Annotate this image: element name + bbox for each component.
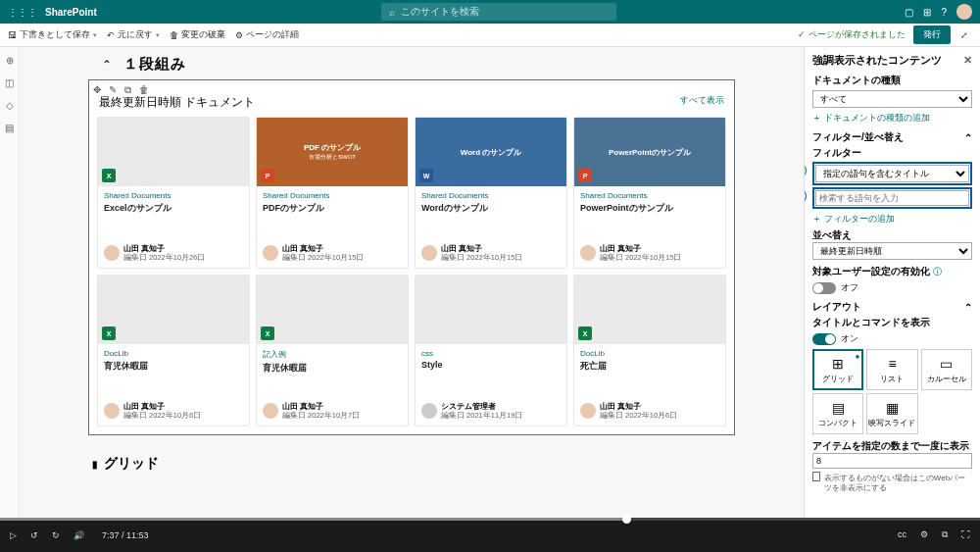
user-avatar[interactable]: [956, 4, 972, 20]
close-pane-icon[interactable]: ✕: [963, 54, 972, 67]
layout-heading[interactable]: レイアウト⌃: [812, 300, 972, 314]
chevron-up-icon: ⌃: [964, 132, 972, 143]
save-draft-button[interactable]: 🖫 下書きとして保存 ▾: [8, 28, 97, 41]
card-thumbnail: Word のサンプルW: [416, 118, 566, 186]
max-items-input[interactable]: [812, 453, 972, 469]
search-icon: ⌕: [389, 7, 395, 18]
doc-type-select[interactable]: すべて: [812, 90, 972, 108]
grid-subheading[interactable]: グリッド: [88, 445, 735, 477]
megaphone-icon[interactable]: ▢: [905, 7, 913, 18]
author-avatar: [104, 403, 120, 419]
layout-options: ⊞グリッド≡リスト▭カルーセル▤コンパクト▦映写スライド: [812, 349, 972, 434]
document-card[interactable]: cssStyleシステム管理者編集日 2021年11月19日: [415, 275, 567, 427]
card-title: Wordのサンプル: [421, 202, 561, 215]
app-name: SharePoint: [45, 7, 97, 18]
filetype-icon: W: [419, 169, 433, 182]
webpart-toolbar: ✥ ✎ ⧉ 🗑: [93, 84, 149, 96]
show-title-toggle[interactable]: オン: [812, 332, 972, 345]
forward-button[interactable]: ↻: [52, 530, 60, 540]
app-launcher-icon[interactable]: ⋮⋮⋮: [8, 7, 37, 18]
card-library: Shared Documents: [580, 191, 719, 200]
card-title: Style: [421, 360, 561, 370]
edit-webpart-icon[interactable]: ✎: [109, 84, 117, 96]
expand-icon[interactable]: ⤢: [956, 28, 972, 42]
layout-option[interactable]: ⊞グリッド: [812, 349, 863, 390]
card-thumbnail: X: [98, 276, 249, 344]
duplicate-webpart-icon[interactable]: ⧉: [124, 84, 131, 96]
layout-option[interactable]: ≡リスト: [866, 349, 917, 390]
layout-option[interactable]: ▦映写スライド: [866, 393, 917, 434]
max-items-label: アイテムを指定の数まで一度に表示: [812, 440, 972, 453]
card-library: Shared Documents: [421, 191, 561, 200]
filter-text-input[interactable]: [815, 190, 969, 206]
layout-option[interactable]: ▤コンパクト: [812, 393, 863, 434]
card-library: DocLib: [580, 349, 719, 358]
document-card[interactable]: XDocLib死亡届山田 真知子編集日 2022年10月6日: [573, 275, 726, 427]
card-meta: 山田 真知子編集日 2022年10月7日: [282, 402, 360, 420]
filter-type-select[interactable]: 指定の語句を含むタイトル: [815, 165, 969, 182]
move-webpart-icon[interactable]: ✥: [93, 84, 101, 96]
publish-button[interactable]: 発行: [913, 25, 951, 44]
document-card[interactable]: PowerPointのサンプルPShared DocumentsPowerPoi…: [573, 117, 726, 269]
fullscreen-icon[interactable]: ⛶: [961, 529, 970, 540]
section-settings-icon[interactable]: ▤: [5, 123, 14, 133]
author-avatar: [580, 403, 596, 419]
see-all-link[interactable]: すべて表示: [680, 94, 724, 107]
pip-icon[interactable]: ⧉: [942, 529, 948, 540]
card-library: css: [421, 349, 561, 358]
author-avatar: [421, 403, 437, 419]
webpart-title[interactable]: 最終更新日時順 ドキュメント: [95, 86, 728, 117]
add-section-icon[interactable]: ⊕: [6, 55, 14, 66]
video-control-bar: ▷ ↺ ↻ 🔊 7:37 / 11:53 cc ⚙ ⧉ ⛶: [0, 518, 980, 552]
document-card[interactable]: X記入例育児休暇届山田 真知子編集日 2022年10月7日: [256, 275, 409, 427]
filter-sort-heading[interactable]: フィルター/並べ替え⌃: [812, 130, 972, 144]
card-thumbnail: [416, 276, 566, 344]
sort-label: 並べ替え: [812, 229, 972, 242]
sort-select[interactable]: 最終更新日時順: [812, 242, 972, 260]
author-avatar: [421, 245, 437, 261]
document-card[interactable]: XShared DocumentsExcelのサンプル山田 真知子編集日 202…: [97, 117, 250, 269]
section-heading[interactable]: １段組み: [123, 55, 186, 74]
show-title-label: タイトルとコマンドを表示: [812, 317, 972, 329]
audience-label: 対象ユーザー設定の有効化: [812, 266, 930, 276]
delete-webpart-icon[interactable]: 🗑: [139, 84, 149, 96]
volume-button[interactable]: 🔊: [74, 530, 84, 540]
play-button[interactable]: ▷: [10, 530, 17, 540]
add-filter-link[interactable]: フィルターの追加: [812, 213, 972, 226]
settings-icon[interactable]: ⊞: [923, 7, 931, 18]
card-title: PDFのサンプル: [263, 202, 402, 215]
document-card[interactable]: XDocLib育児休暇届山田 真知子編集日 2022年10月6日: [97, 275, 250, 427]
video-timeline[interactable]: [0, 518, 980, 521]
card-meta: 山田 真知子編集日 2022年10月6日: [123, 402, 201, 420]
cc-button[interactable]: cc: [898, 529, 906, 540]
page-details-button[interactable]: ⚙ ページの詳細: [235, 28, 299, 41]
highlighted-content-webpart[interactable]: ✥ ✎ ⧉ 🗑 最終更新日時順 ドキュメント すべて表示 XShared Doc…: [88, 79, 735, 435]
card-title: 死亡届: [580, 360, 719, 373]
document-card[interactable]: Word のサンプルWShared DocumentsWordのサンプル山田 真…: [415, 117, 567, 269]
audience-toggle[interactable]: オフ: [812, 281, 972, 294]
callout-1: ①: [804, 162, 807, 179]
card-meta: 山田 真知子編集日 2022年10月6日: [600, 402, 677, 420]
collapse-section-icon[interactable]: ⌃: [102, 58, 112, 72]
site-search[interactable]: ⌕ このサイトを検索: [381, 3, 616, 21]
author-avatar: [580, 245, 596, 261]
discard-button[interactable]: 🗑 変更の破棄: [170, 28, 225, 41]
rewind-button[interactable]: ↺: [30, 530, 38, 540]
card-thumbnail: PDF のサンプル市場分析とSWOTP: [257, 118, 408, 186]
video-settings-icon[interactable]: ⚙: [920, 529, 928, 540]
undo-button[interactable]: ↶ 元に戻す ▾: [107, 28, 160, 41]
document-card[interactable]: PDF のサンプル市場分析とSWOTPShared DocumentsPDFのサ…: [256, 117, 409, 269]
filetype-icon: X: [102, 169, 116, 182]
add-doctype-link[interactable]: ドキュメントの種類の追加: [812, 112, 972, 125]
card-meta: 山田 真知子編集日 2022年10月26日: [123, 244, 205, 262]
filter-label: フィルター: [812, 147, 972, 160]
card-library: 記入例: [263, 349, 402, 360]
duplicate-icon[interactable]: ◫: [5, 77, 14, 88]
layout-option[interactable]: ▭カルーセル: [921, 349, 972, 390]
card-thumbnail: X: [257, 276, 408, 344]
info-icon[interactable]: ⓘ: [933, 267, 942, 276]
help-icon[interactable]: ?: [941, 7, 947, 18]
move-icon[interactable]: ◇: [6, 100, 14, 111]
hide-empty-checkbox[interactable]: [812, 472, 820, 481]
card-title: 育児休暇届: [263, 362, 402, 375]
